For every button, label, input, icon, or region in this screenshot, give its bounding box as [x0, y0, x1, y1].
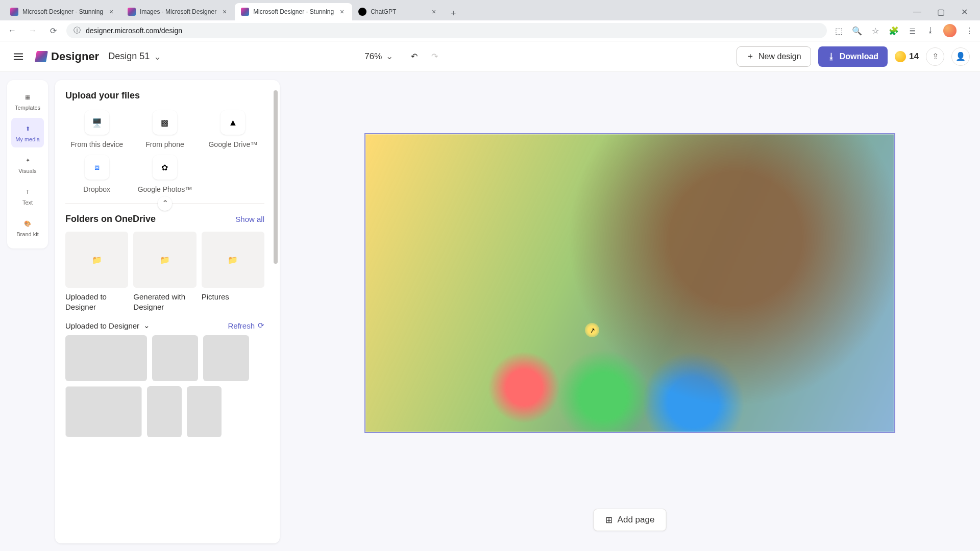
share-button[interactable]: ⇪	[926, 47, 944, 66]
redo-button[interactable]: ↷	[428, 50, 441, 63]
new-design-button[interactable]: ＋ New design	[737, 46, 811, 67]
close-icon[interactable]: ×	[338, 8, 346, 16]
new-tab-button[interactable]: +	[446, 6, 460, 20]
close-icon[interactable]: ×	[430, 8, 438, 16]
reload-button[interactable]: ⟳	[46, 23, 60, 38]
media-thumbnail[interactable]	[152, 335, 198, 381]
rail-label: Brand kit	[16, 231, 38, 237]
show-all-link[interactable]: Show all	[235, 215, 264, 223]
design-name-dropdown[interactable]: Design 51 ⌄	[108, 51, 161, 62]
templates-icon: ▦	[22, 91, 33, 103]
designer-logo-icon	[35, 51, 48, 62]
zoom-icon[interactable]: 🔍	[851, 25, 863, 36]
media-thumbnail[interactable]	[65, 335, 147, 381]
undo-button[interactable]: ↶	[407, 50, 421, 63]
tab-2[interactable]: Microsoft Designer - Stunning ×	[235, 3, 352, 20]
canvas-image[interactable]	[365, 134, 894, 432]
uploaded-dropdown[interactable]: Uploaded to Designer ⌄	[65, 321, 150, 330]
tab-title: Microsoft Designer - Stunning	[22, 8, 103, 15]
zoom-control[interactable]: 76% ⌄	[364, 51, 393, 62]
zoom-label: 76%	[364, 52, 382, 62]
hamburger-icon	[13, 51, 24, 62]
rail-visuals[interactable]: ✦ Visuals	[11, 149, 44, 179]
collapse-upload-button[interactable]: ⌃	[158, 196, 172, 211]
tab-strip: Microsoft Designer - Stunning × Images -…	[0, 0, 980, 20]
browser-chrome: Microsoft Designer - Stunning × Images -…	[0, 0, 980, 41]
folder-grid: 📁 Uploaded to Designer 📁 Generated with …	[65, 232, 264, 312]
chatgpt-favicon-icon	[358, 8, 366, 16]
profile-avatar-icon[interactable]	[943, 24, 957, 37]
rail-templates[interactable]: ▦ Templates	[11, 86, 44, 116]
folder-label: Uploaded to Designer	[65, 292, 128, 312]
left-rail: ▦ Templates ⬆ My media ✦ Visuals T Text …	[7, 80, 48, 248]
close-icon[interactable]: ×	[220, 8, 229, 16]
upload-google-drive[interactable]: ▲ Google Drive™	[202, 110, 264, 149]
download-icon: ⭳	[827, 52, 836, 61]
address-bar: ← → ⟳ ⓘ designer.microsoft.com/design ⬚ …	[0, 20, 980, 41]
forward-button[interactable]: →	[26, 23, 40, 38]
brand[interactable]: Designer	[36, 50, 99, 63]
refresh-icon: ⟳	[258, 321, 264, 330]
design-canvas[interactable]	[364, 133, 895, 433]
share-icon: ⇪	[932, 52, 939, 61]
folder-uploaded-to-designer[interactable]: 📁 Uploaded to Designer	[65, 232, 128, 312]
dropbox-icon: ⧈	[94, 163, 100, 172]
minimize-button[interactable]: —	[905, 3, 929, 20]
panel-scrollbar[interactable]	[274, 90, 278, 264]
kebab-menu-icon[interactable]: ⋮	[964, 25, 975, 36]
site-info-icon[interactable]: ⓘ	[74, 26, 81, 35]
tab-1[interactable]: Images - Microsoft Designer ×	[121, 3, 235, 20]
upload-opt-label: Google Photos™	[138, 185, 192, 194]
upload-opt-label: Google Drive™	[208, 140, 257, 149]
install-app-icon[interactable]: ⬚	[833, 25, 844, 36]
upload-opt-label: From phone	[145, 140, 184, 149]
url-field[interactable]: ⓘ designer.microsoft.com/design	[66, 23, 827, 38]
upload-from-device[interactable]: 🖥️ From this device	[65, 110, 128, 149]
tab-0[interactable]: Microsoft Designer - Stunning ×	[4, 3, 121, 20]
rail-brand-kit[interactable]: 🎨 Brand kit	[11, 213, 44, 242]
chevron-down-icon: ⌄	[154, 51, 161, 62]
undo-redo-group: ↶ ↷	[407, 50, 441, 63]
media-thumbnail[interactable]	[147, 386, 182, 437]
add-page-button[interactable]: ⊞ Add page	[594, 509, 667, 531]
qr-icon: ▩	[161, 118, 168, 128]
gdrive-icon: ▲	[228, 117, 237, 128]
media-thumbnail[interactable]	[187, 386, 222, 437]
chevron-down-icon: ⌄	[143, 321, 150, 330]
download-button[interactable]: ⭳ Download	[818, 46, 888, 67]
folder-generated-with-designer[interactable]: 📁 Generated with Designer	[133, 232, 196, 312]
media-thumbnail[interactable]	[203, 335, 249, 381]
plus-icon: ＋	[746, 51, 754, 62]
upload-from-phone[interactable]: ▩ From phone	[133, 110, 196, 149]
uploaded-images-grid	[65, 335, 264, 437]
downloads-icon[interactable]: ⭳	[925, 25, 936, 36]
maximize-button[interactable]: ▢	[929, 3, 952, 20]
header-actions: ＋ New design ⭳ Download 14 ⇪ 👤	[737, 46, 970, 67]
close-window-button[interactable]: ✕	[952, 3, 976, 20]
extensions-icon[interactable]: 🧩	[888, 25, 899, 36]
upload-icon: ⬆	[22, 123, 33, 134]
visuals-icon: ✦	[22, 155, 33, 166]
folder-label: Pictures	[202, 292, 264, 302]
rail-my-media[interactable]: ⬆ My media	[11, 118, 44, 147]
user-icon: 👤	[955, 52, 966, 61]
close-icon[interactable]: ×	[107, 8, 115, 16]
device-icon: 🖥️	[92, 118, 102, 128]
account-button[interactable]: 👤	[951, 47, 970, 66]
tab-3[interactable]: ChatGPT ×	[352, 3, 444, 20]
back-button[interactable]: ←	[5, 23, 19, 38]
upload-dropbox[interactable]: ⧈ Dropbox	[65, 155, 128, 194]
folder-pictures[interactable]: 📁 Pictures	[202, 232, 264, 312]
reading-list-icon[interactable]: ≣	[906, 25, 918, 36]
menu-button[interactable]	[10, 48, 27, 65]
designer-favicon-icon	[10, 8, 18, 16]
credits-counter[interactable]: 14	[895, 51, 919, 62]
rail-label: Templates	[15, 105, 40, 111]
bookmark-icon[interactable]: ☆	[870, 25, 881, 36]
upload-google-photos[interactable]: ✿ Google Photos™	[133, 155, 196, 194]
cursor-highlight-icon	[585, 323, 599, 337]
refresh-button[interactable]: Refresh ⟳	[228, 321, 264, 330]
media-thumbnail[interactable]	[65, 386, 142, 437]
tab-title: Microsoft Designer - Stunning	[253, 8, 334, 15]
rail-text[interactable]: T Text	[11, 181, 44, 211]
